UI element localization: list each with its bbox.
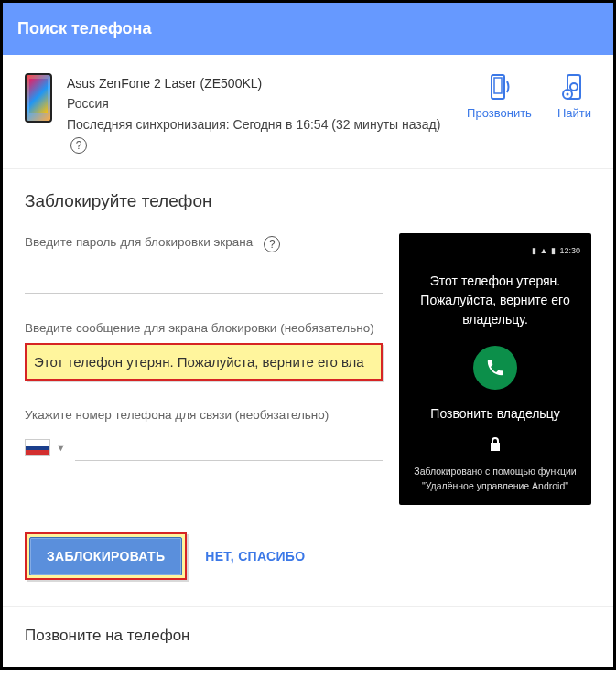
call-section-title: Позвоните на телефон (25, 627, 591, 645)
device-row: Asus ZenFone 2 Laser (ZE500KL) Россия По… (3, 55, 613, 169)
preview-status-bar: ▮ ▲ ▮ 12:30 (410, 246, 580, 255)
page-title: Поиск телефона (17, 19, 151, 38)
lock-button-highlight: ЗАБЛОКИРОВАТЬ (25, 532, 187, 580)
lock-message-input[interactable] (27, 345, 381, 379)
wifi-icon: ▲ (540, 246, 548, 255)
callback-phone-label: Укажите номер телефона для связи (необяз… (25, 406, 383, 424)
country-flag-selector[interactable]: ▼ (25, 439, 66, 456)
preview-call-button (473, 346, 517, 390)
callback-phone-input[interactable] (75, 434, 383, 461)
ring-action[interactable]: Прозвонить (467, 73, 532, 120)
flag-russia-icon (25, 439, 50, 456)
lock-section-title: Заблокируйте телефон (25, 191, 591, 211)
message-label: Введите сообщение для экрана блокировки … (25, 319, 383, 338)
help-icon[interactable]: ? (70, 137, 87, 154)
device-thumbnail (25, 73, 52, 123)
preview-locked-by-1: Заблокировано с помощью функции (410, 464, 580, 479)
device-location: Россия (67, 93, 456, 113)
preview-lost-message: Этот телефон утерян. Пожалуйста, верните… (410, 272, 580, 329)
password-input[interactable] (25, 266, 383, 294)
svg-rect-0 (492, 75, 504, 99)
chevron-down-icon: ▼ (56, 442, 66, 453)
lock-button[interactable]: ЗАБЛОКИРОВАТЬ (29, 537, 182, 575)
device-name: Asus ZenFone 2 Laser (ZE500KL) (67, 73, 456, 93)
phone-handset-icon (485, 358, 505, 378)
locate-icon (561, 73, 587, 101)
locate-action[interactable]: Найти (557, 73, 591, 120)
page-header: Поиск телефона (3, 3, 613, 55)
svg-point-3 (570, 83, 578, 91)
preview-call-owner: Позвонить владельцу (410, 406, 580, 421)
preview-locked-by-2: "Удалённое управление Android" (410, 478, 580, 494)
svg-point-5 (567, 93, 569, 96)
signal-icon: ▮ (532, 246, 536, 255)
phone-ring-icon (487, 73, 513, 101)
battery-icon: ▮ (551, 246, 556, 255)
device-sync-text: Последняя синхронизация: Сегодня в 16:54… (67, 117, 440, 132)
lock-icon (410, 437, 580, 455)
lock-screen-preview: ▮ ▲ ▮ 12:30 Этот телефон утерян. Пожалуй… (399, 233, 591, 506)
svg-rect-1 (494, 78, 502, 93)
password-label: Введите пароль для блокировки экрана (25, 233, 253, 252)
help-icon[interactable]: ? (264, 236, 280, 252)
message-highlight (25, 343, 383, 381)
preview-time: 12:30 (559, 246, 580, 255)
no-thanks-button[interactable]: НЕТ, СПАСИБО (205, 549, 305, 564)
